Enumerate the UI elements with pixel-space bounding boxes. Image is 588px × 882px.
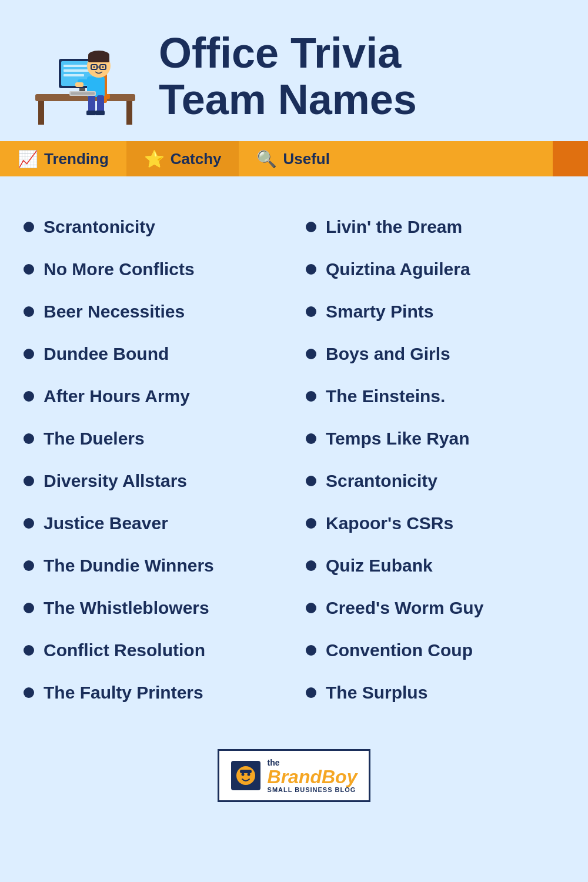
bullet-icon <box>306 645 316 656</box>
tab-catchy[interactable]: ⭐ Catchy <box>126 141 239 176</box>
logo-icon <box>231 761 260 790</box>
item-text: Quiztina Aguilera <box>326 259 470 280</box>
list-item: Livin' the Dream <box>306 206 564 248</box>
item-text: Convention Coup <box>326 640 473 661</box>
svg-rect-15 <box>88 95 95 113</box>
footer: the BrandBoy SMALL BUSINESS BLOG <box>0 737 588 826</box>
item-text: Diversity Allstars <box>44 470 187 492</box>
bullet-icon <box>24 560 34 571</box>
svg-rect-28 <box>71 92 95 95</box>
list-item: The Einsteins. <box>306 375 564 417</box>
list-item: Diversity Allstars <box>24 460 282 502</box>
list-item: The Duelers <box>24 417 282 460</box>
svg-point-26 <box>102 66 104 68</box>
svg-rect-9 <box>64 74 84 76</box>
item-text: The Duelers <box>44 428 145 449</box>
svg-rect-18 <box>95 111 105 115</box>
bullet-icon <box>24 518 34 529</box>
item-text: Temps Like Ryan <box>326 428 470 449</box>
item-text: Justice Beaver <box>44 513 168 534</box>
list-item: Beer Necessities <box>24 290 282 333</box>
trending-icon: 📈 <box>18 149 38 169</box>
svg-rect-2 <box>126 101 132 125</box>
logo-brand-italic: Boy <box>322 766 357 787</box>
bullet-icon <box>24 264 34 275</box>
svg-point-25 <box>93 66 95 68</box>
list-item: Justice Beaver <box>24 502 282 544</box>
bullet-icon <box>306 222 316 232</box>
tab-useful[interactable]: 🔍 Useful <box>239 141 553 176</box>
item-text: The Whistleblowers <box>44 597 209 619</box>
list-item: The Whistleblowers <box>24 587 282 629</box>
svg-rect-32 <box>240 770 252 773</box>
list-item: Conflict Resolution <box>24 629 282 671</box>
header-illustration <box>24 24 141 129</box>
item-text: The Faulty Printers <box>44 682 203 703</box>
bullet-icon <box>306 433 316 444</box>
left-column: Scrantonicity No More Conflicts Beer Nec… <box>24 206 282 714</box>
bullet-icon <box>306 264 316 275</box>
column-divider <box>282 206 306 714</box>
list-item: No More Conflicts <box>24 248 282 290</box>
bullet-icon <box>24 645 34 656</box>
svg-rect-21 <box>88 55 109 62</box>
bullet-icon <box>24 476 34 486</box>
tab-catchy-label: Catchy <box>171 150 222 168</box>
item-text: The Surplus <box>326 682 427 703</box>
bullet-icon <box>306 687 316 698</box>
tab-bar: 📈 Trending ⭐ Catchy 🔍 Useful <box>0 141 588 176</box>
item-text: Scrantonicity <box>326 470 437 492</box>
svg-rect-7 <box>64 65 87 67</box>
right-column: Livin' the Dream Quiztina Aguilera Smart… <box>306 206 564 714</box>
item-text: Boys and Girls <box>326 343 450 365</box>
bullet-icon <box>24 349 34 359</box>
item-text: The Einsteins. <box>326 386 445 407</box>
item-text: After Hours Army <box>44 386 190 407</box>
svg-point-29 <box>236 766 255 785</box>
list-item: The Surplus <box>306 671 564 714</box>
logo-sub-label: SMALL BUSINESS BLOG <box>268 786 356 793</box>
title-line2: Team Names <box>159 76 417 123</box>
item-text: Quiz Eubank <box>326 555 433 576</box>
list-item: Scrantonicity <box>306 460 564 502</box>
tab-trending[interactable]: 📈 Trending <box>0 141 126 176</box>
list-item: Quiz Eubank <box>306 544 564 587</box>
logo-text: the BrandBoy SMALL BUSINESS BLOG <box>268 758 358 793</box>
person-desk-icon <box>24 24 141 129</box>
svg-point-31 <box>247 773 250 776</box>
tab-extra <box>553 141 588 176</box>
brand-logo: the BrandBoy SMALL BUSINESS BLOG <box>218 749 371 802</box>
item-text: Beer Necessities <box>44 301 185 322</box>
item-text: Livin' the Dream <box>326 216 462 238</box>
bullet-icon <box>24 687 34 698</box>
list-item: Convention Coup <box>306 629 564 671</box>
tab-trending-label: Trending <box>44 150 109 168</box>
svg-rect-17 <box>86 111 96 115</box>
item-text: Smarty Pints <box>326 301 433 322</box>
item-text: Dundee Bound <box>44 343 169 365</box>
item-text: Creed's Worm Guy <box>326 597 483 619</box>
bullet-icon <box>24 222 34 232</box>
item-text: The Dundie Winners <box>44 555 214 576</box>
item-text: Kapoor's CSRs <box>326 513 453 534</box>
item-text: Conflict Resolution <box>44 640 205 661</box>
list-item: Boys and Girls <box>306 333 564 375</box>
list-item: Smarty Pints <box>306 290 564 333</box>
tab-useful-label: Useful <box>283 150 329 168</box>
bullet-icon <box>24 391 34 402</box>
list-item: Quiztina Aguilera <box>306 248 564 290</box>
list-item: The Faulty Printers <box>24 671 282 714</box>
item-text: No More Conflicts <box>44 259 195 280</box>
list-item: The Dundie Winners <box>24 544 282 587</box>
svg-rect-16 <box>97 95 104 113</box>
list-item: After Hours Army <box>24 375 282 417</box>
list-item: Creed's Worm Guy <box>306 587 564 629</box>
list-item: Kapoor's CSRs <box>306 502 564 544</box>
bullet-icon <box>24 306 34 317</box>
page-header: Office Trivia Team Names <box>0 0 588 141</box>
title-line1: Office Trivia <box>159 30 417 76</box>
bullet-icon <box>306 306 316 317</box>
bullet-icon <box>306 560 316 571</box>
list-item: Temps Like Ryan <box>306 417 564 460</box>
bullet-icon <box>306 349 316 359</box>
